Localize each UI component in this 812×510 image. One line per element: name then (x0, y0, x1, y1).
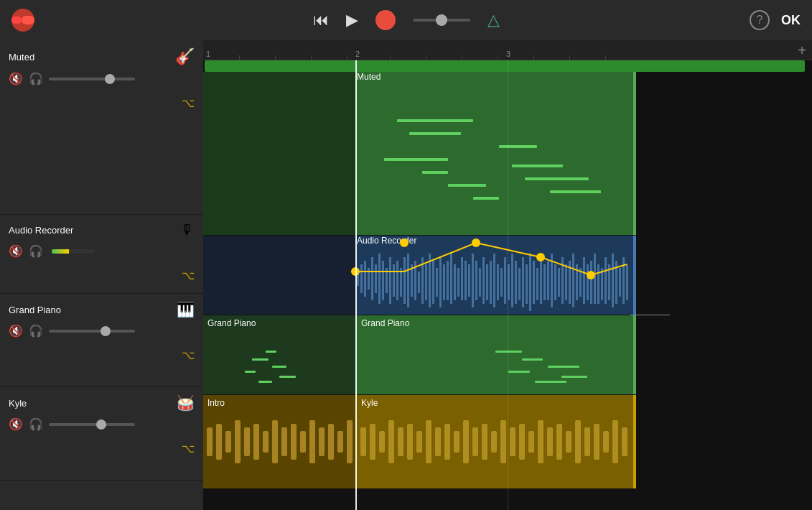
svg-rect-66 (590, 261, 592, 304)
svg-rect-8 (382, 261, 384, 300)
svg-rect-54 (547, 261, 549, 300)
svg-rect-74 (619, 268, 621, 297)
svg-rect-38 (490, 261, 492, 304)
svg-rect-49 (529, 254, 531, 311)
svg-rect-113 (500, 420, 506, 463)
svg-rect-45 (515, 261, 517, 304)
svg-rect-19 (421, 257, 424, 304)
svg-rect-115 (519, 424, 525, 460)
region-piano-right[interactable]: Grand Piano (355, 315, 634, 394)
svg-rect-103 (407, 424, 413, 460)
mute-button-audio[interactable]: 🔇 (9, 244, 23, 258)
svg-rect-6 (375, 264, 377, 293)
headphone-button-muted[interactable]: 🎧 (29, 72, 43, 85)
svg-rect-37 (486, 264, 488, 300)
svg-rect-110 (472, 427, 478, 456)
svg-rect-69 (601, 268, 603, 300)
routing-icon-piano: ⌥ (182, 348, 195, 362)
svg-rect-39 (493, 254, 495, 307)
sidebar-track-piano: Grand Piano 🎹 🔇 🎧 ⌥ (0, 294, 203, 387)
mute-button-piano[interactable]: 🔇 (9, 324, 23, 338)
svg-rect-88 (263, 431, 269, 453)
svg-rect-68 (597, 264, 599, 304)
level-meter-audio (52, 249, 95, 254)
volume-slider-piano[interactable] (49, 330, 135, 333)
svg-rect-94 (319, 427, 325, 456)
svg-rect-46 (518, 268, 521, 300)
waveform-svg (357, 250, 630, 315)
svg-rect-51 (536, 268, 538, 300)
svg-rect-63 (579, 268, 582, 297)
svg-rect-104 (416, 431, 422, 453)
svg-rect-67 (594, 254, 596, 304)
playhead (355, 60, 357, 510)
svg-rect-4 (368, 268, 370, 289)
master-volume-track[interactable] (413, 19, 470, 22)
help-button[interactable]: ? (750, 10, 770, 30)
top-bar: ⏮ ▶ △ ? OK (0, 0, 812, 40)
kyle-waveform-right (357, 409, 633, 488)
svg-rect-60 (569, 261, 571, 304)
svg-rect-24 (439, 257, 442, 307)
svg-rect-47 (522, 257, 524, 307)
svg-rect-12 (396, 261, 398, 300)
svg-rect-107 (444, 424, 450, 460)
svg-rect-21 (429, 254, 431, 307)
svg-rect-16 (411, 264, 413, 297)
track-name-muted: Muted (9, 52, 175, 62)
region-audio-right[interactable]: Audio Recorder (355, 236, 634, 315)
svg-rect-50 (533, 261, 535, 304)
svg-rect-53 (543, 264, 546, 300)
region-kyle-left[interactable]: Intro (203, 395, 355, 488)
track-controls-audio: 🔇 🎧 (0, 241, 203, 264)
headphone-button-piano[interactable]: 🎧 (29, 324, 43, 338)
svg-rect-23 (436, 268, 438, 297)
svg-rect-73 (615, 261, 617, 304)
mute-button-muted[interactable]: 🔇 (9, 72, 23, 85)
track-bottom-muted: ⌥ (0, 91, 203, 114)
svg-rect-7 (378, 254, 381, 304)
routing-icon-muted: ⌥ (182, 96, 195, 110)
region-muted-left[interactable] (203, 72, 355, 235)
track-bottom-kyle: ⌥ (0, 437, 203, 460)
volume-slider-kyle[interactable] (49, 423, 135, 426)
svg-rect-15 (407, 254, 409, 307)
svg-rect-76 (626, 264, 628, 300)
svg-rect-35 (479, 268, 481, 297)
region-label-audio: Audio Recorder (357, 236, 416, 246)
svg-rect-83 (216, 424, 222, 460)
svg-rect-10 (389, 257, 391, 304)
record-indicator (11, 9, 34, 32)
mute-button-kyle[interactable]: 🔇 (9, 417, 23, 431)
region-kyle-right[interactable]: Kyle (355, 395, 634, 488)
headphone-button-audio[interactable]: 🎧 (29, 244, 43, 258)
svg-rect-13 (400, 268, 402, 297)
piano-notes-left (210, 340, 348, 391)
play-button[interactable]: ▶ (346, 11, 358, 29)
rewind-button[interactable]: ⏮ (313, 11, 329, 29)
svg-rect-84 (225, 431, 231, 453)
svg-rect-106 (435, 427, 441, 456)
svg-rect-118 (547, 427, 553, 456)
track-header-audio: Audio Recorder 🎙 (0, 215, 203, 241)
region-audio-left[interactable] (203, 236, 355, 315)
svg-rect-117 (538, 420, 543, 463)
svg-rect-71 (608, 264, 610, 300)
sidebar: Muted 🎸 🔇 🎧 ⌥ Audio Recorder 🎙 � (0, 40, 203, 510)
svg-rect-57 (558, 268, 560, 297)
svg-rect-111 (482, 424, 487, 460)
metronome-button[interactable]: △ (487, 11, 500, 29)
volume-slider-muted[interactable] (49, 78, 135, 80)
svg-rect-108 (454, 431, 459, 453)
kyle-waveform-left (203, 409, 354, 481)
region-muted-right[interactable]: Muted (355, 72, 634, 235)
add-track-button[interactable]: + (792, 40, 812, 60)
region-piano-left[interactable]: Grand Piano (203, 315, 355, 394)
track-controls-muted: 🔇 🎧 (0, 69, 203, 91)
svg-rect-18 (418, 272, 420, 293)
record-button[interactable] (375, 10, 396, 30)
region-label-kyle-right: Kyle (361, 398, 378, 408)
ok-button[interactable]: OK (781, 13, 801, 28)
svg-rect-125 (612, 420, 618, 463)
headphone-button-kyle[interactable]: 🎧 (29, 417, 43, 431)
